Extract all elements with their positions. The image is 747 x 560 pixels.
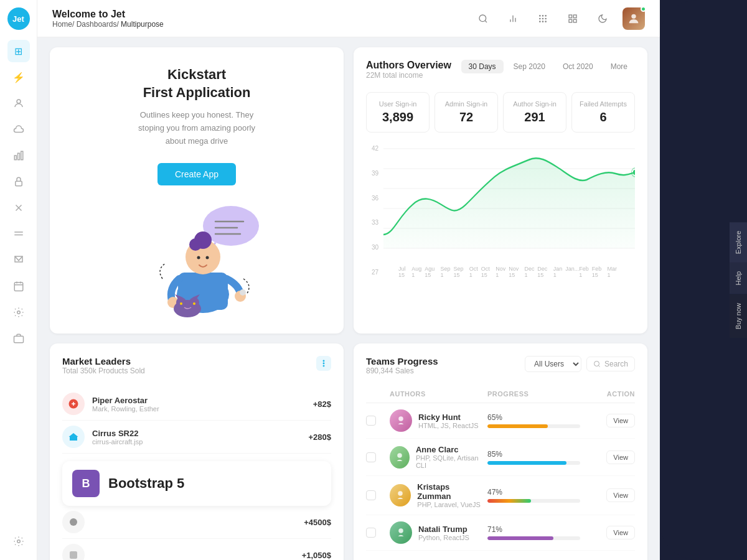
users-filter-select[interactable]: All Users <box>525 356 581 372</box>
market-title: Market Leaders <box>62 356 145 366</box>
svg-point-45 <box>197 256 200 259</box>
natali-progress-bar-bg <box>487 536 580 540</box>
market-title-group: Market Leaders Total 350k Products Sold <box>62 356 145 385</box>
stat-admin-signin-label: Admin Sign-in <box>443 100 490 108</box>
stat-author-signin-label: Author Sign-in <box>511 100 558 108</box>
anne-avatar <box>390 446 410 469</box>
svg-point-46 <box>206 256 209 259</box>
tab-sep2020[interactable]: Sep 2020 <box>506 60 553 73</box>
header: Welcome to Jet Home/ Dashboards/ Multipu… <box>37 0 660 37</box>
stat-failed-label: Failed Attempts <box>580 100 627 108</box>
breadcrumb-dashboards[interactable]: Dashboards/ <box>77 20 119 29</box>
natali-progress-fill <box>487 536 553 540</box>
create-app-button[interactable]: Create App <box>157 163 236 185</box>
explore-button[interactable]: Explore <box>730 222 747 263</box>
kristaps-skills: PHP, Laravel, VueJS <box>417 501 482 508</box>
team-row-kristaps: Kristaps Zumman PHP, Laravel, VueJS 47% … <box>366 476 635 515</box>
sidebar-item-lock[interactable] <box>7 170 30 193</box>
sidebar-item-close[interactable] <box>7 197 30 219</box>
kristaps-view-button[interactable]: View <box>606 488 635 502</box>
grid-icon[interactable] <box>533 9 553 29</box>
svg-point-27 <box>545 15 546 16</box>
stat-failed-attempts: Failed Attempts 6 <box>571 92 635 133</box>
svg-point-28 <box>540 21 540 22</box>
sidebar-item-bolt[interactable]: ⚡ <box>7 66 30 88</box>
ricky-action: View <box>585 414 635 427</box>
teams-title: Teams Progress <box>366 356 438 366</box>
ricky-progress-bar-bg <box>487 424 580 428</box>
kristaps-info: Kristaps Zumman PHP, Laravel, VueJS <box>417 482 482 508</box>
cirrus-value: +280$ <box>308 432 331 442</box>
svg-point-55 <box>180 302 182 305</box>
svg-rect-14 <box>14 336 23 343</box>
kristaps-checkbox[interactable] <box>366 490 376 500</box>
y-label-27: 27 <box>366 269 378 276</box>
team-row-natali: Natali Trump Python, ReactJS 71% View <box>366 515 635 551</box>
apps-icon[interactable] <box>563 9 583 29</box>
bootstrap-badge: B Bootstrap 5 <box>62 461 331 506</box>
sidebar-item-chart[interactable] <box>7 144 30 167</box>
theme-icon[interactable] <box>593 9 613 29</box>
kristaps-avatar <box>390 484 411 506</box>
sidebar-item-inbox[interactable] <box>7 249 30 271</box>
anne-view-button[interactable]: View <box>606 450 635 464</box>
piper-icon <box>62 393 85 415</box>
sidebar-item-dashboard[interactable]: ⊞ <box>7 40 30 62</box>
sidebar-item-settings2[interactable] <box>7 301 30 324</box>
kristaps-name: Kristaps Zumman <box>417 482 482 501</box>
sidebar-item-tool[interactable] <box>7 327 30 350</box>
header-left: Welcome to Jet Home/ Dashboards/ Multipu… <box>52 9 164 29</box>
natali-checkbox[interactable] <box>366 528 376 538</box>
sidebar-item-menu[interactable] <box>7 223 30 245</box>
tab-oct2020[interactable]: Oct 2020 <box>555 60 601 73</box>
stats-row: User Sign-in 3,899 Admin Sign-in 72 Auth… <box>366 92 635 133</box>
line-chart <box>383 142 635 261</box>
y-axis: 42 39 36 33 30 27 <box>366 142 378 278</box>
sidebar-item-cloud[interactable] <box>7 118 30 141</box>
y-label-30: 30 <box>366 244 378 251</box>
ricky-skills: HTML, JS, ReactJS <box>418 422 479 429</box>
anne-progress-bar-bg <box>487 461 580 465</box>
sidebar-item-user[interactable] <box>7 92 30 114</box>
svg-point-23 <box>542 21 543 22</box>
ricky-view-button[interactable]: View <box>606 414 635 427</box>
buy-now-button[interactable]: Buy now <box>730 294 747 338</box>
kickstart-card: KickstartFirst Application Outlines keep… <box>50 47 344 334</box>
right-panel: Explore Help Buy now <box>660 0 747 560</box>
authors-title-group: Authors Overview 22M total income <box>366 60 451 90</box>
natali-view-button[interactable]: View <box>606 526 635 539</box>
teams-search-box[interactable]: Search <box>586 357 635 371</box>
svg-point-67 <box>323 365 324 366</box>
svg-point-29 <box>545 21 546 22</box>
anne-progress-fill <box>487 461 566 465</box>
svg-point-34 <box>631 14 636 18</box>
y-label-39: 39 <box>366 170 378 177</box>
ricky-checkbox[interactable] <box>366 416 376 426</box>
sidebar-item-calendar[interactable] <box>7 275 30 297</box>
natali-info: Natali Trump Python, ReactJS <box>418 525 469 541</box>
breadcrumb-current: Multipurpose <box>121 20 164 29</box>
tab-30days[interactable]: 30 Days <box>461 60 504 73</box>
kristaps-pct: 47% <box>487 488 580 497</box>
kristaps-action: View <box>585 488 635 502</box>
anne-checkbox[interactable] <box>366 452 376 462</box>
market-more-button[interactable] <box>316 356 331 371</box>
analytics-icon[interactable] <box>503 9 523 29</box>
help-button[interactable]: Help <box>730 263 747 294</box>
piper-value: +82$ <box>313 399 331 409</box>
item3-value: +4500$ <box>304 518 331 527</box>
svg-point-66 <box>323 363 324 364</box>
sidebar-logo[interactable]: Jet <box>7 7 30 30</box>
natali-avatar <box>390 521 412 544</box>
sidebar-item-gear[interactable] <box>7 530 30 553</box>
svg-point-15 <box>17 540 20 543</box>
col-authors: AUTHORS <box>390 390 482 398</box>
tab-more[interactable]: More <box>603 60 635 73</box>
breadcrumb-home[interactable]: Home/ <box>52 20 74 29</box>
chart-container: 42 39 36 33 30 27 <box>366 142 635 278</box>
search-icon[interactable] <box>473 9 493 29</box>
piper-sub: Mark, Rowling, Esther <box>92 405 159 413</box>
svg-line-17 <box>485 21 487 22</box>
stat-user-signin-label: User Sign-in <box>374 100 421 108</box>
page-title: Welcome to Jet <box>52 9 164 20</box>
